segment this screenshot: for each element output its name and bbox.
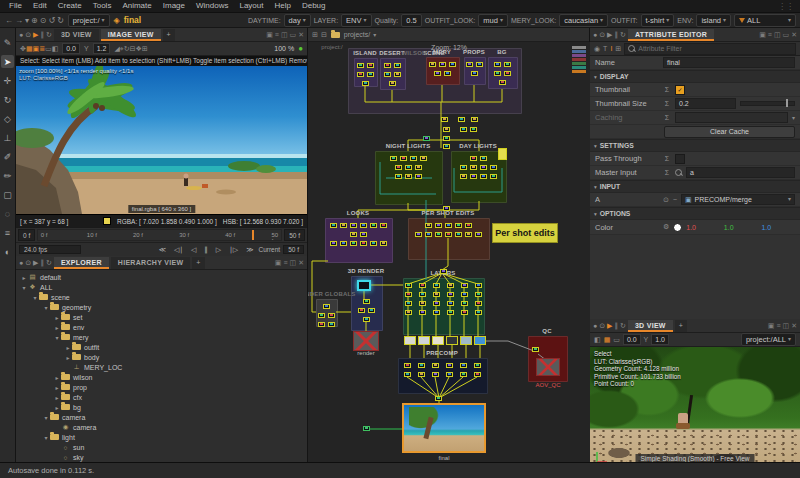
section-input[interactable]: ▾INPUT <box>590 180 800 193</box>
tree-item-default[interactable]: ▸▤default <box>16 272 307 282</box>
viewport-3d-canvas[interactable]: SelectLUT: Clarisse(sRGB)Geometry Count:… <box>590 347 800 469</box>
sticky-note[interactable]: Per shot edits <box>492 223 558 243</box>
pause-icon[interactable]: ∥ <box>615 31 619 39</box>
menu-tools[interactable]: Tools <box>88 0 117 12</box>
pause-icon[interactable]: ∥ <box>615 322 619 330</box>
ctx-var-value-2[interactable]: 0.5 <box>401 14 421 27</box>
graph-node[interactable] <box>504 71 511 76</box>
thumbnail-checkbox[interactable]: ✓ <box>675 85 685 95</box>
tree-item-mery[interactable]: ▾mery <box>16 332 307 342</box>
undock-icon[interactable]: ⊟ <box>321 31 327 39</box>
master-input-field[interactable]: a <box>686 167 795 178</box>
graph-node[interactable] <box>350 223 357 228</box>
menu-edit[interactable]: Edit <box>28 0 52 12</box>
play-icon[interactable]: ▶ <box>607 31 612 39</box>
graph-node[interactable] <box>445 223 452 228</box>
tree-expand-arrow[interactable]: ▾ <box>42 434 50 441</box>
graph-node[interactable] <box>340 241 347 246</box>
shading-icon[interactable]: ◧ <box>594 336 601 344</box>
graph-node[interactable] <box>474 363 481 368</box>
graph-node[interactable] <box>418 372 425 377</box>
graph-node[interactable] <box>423 136 430 141</box>
graph-node[interactable] <box>470 174 477 179</box>
tree-item-set[interactable]: ▸set <box>16 312 307 322</box>
play-icon[interactable]: ▶ <box>607 322 612 330</box>
menu-image[interactable]: Image <box>158 0 190 12</box>
playhead[interactable] <box>252 230 254 240</box>
graph-node[interactable] <box>370 223 377 228</box>
tree-expand-arrow[interactable]: ▸ <box>53 324 61 331</box>
graph-node[interactable] <box>394 63 401 68</box>
tree-item-geometry[interactable]: ▾geometry <box>16 302 307 312</box>
tab-hierarchy-view[interactable]: HIERARCHY VIEW <box>111 257 191 269</box>
tree-item-outfit[interactable]: ▸outfit <box>16 342 307 352</box>
input-a-dropdown[interactable]: ▣ PRECOMP/merge ▾ <box>681 194 795 205</box>
tree-item-prop[interactable]: ▸prop <box>16 382 307 392</box>
transport-buttons[interactable]: ≪◁∣◁∥▷∣▷≫ <box>157 246 256 254</box>
graph-node[interactable] <box>358 308 365 313</box>
tree-item-wilson[interactable]: ▸wilson <box>16 372 307 382</box>
add-tab-button[interactable]: + <box>163 29 175 41</box>
wrench-icon[interactable]: ⚙ <box>663 223 669 231</box>
section-settings[interactable]: ▾SETTINGS <box>590 139 800 152</box>
graph-node[interactable] <box>460 174 467 179</box>
graph-node[interactable] <box>357 72 364 77</box>
graph-node[interactable] <box>350 232 357 237</box>
vp-scene-path[interactable]: project:/ALL▾ <box>741 333 796 346</box>
graph-node[interactable] <box>466 62 473 67</box>
pause-icon[interactable]: ∥ <box>41 259 45 267</box>
transport-button-3[interactable]: ∥ <box>202 246 210 254</box>
graph-node[interactable] <box>435 396 442 401</box>
menu-create[interactable]: Create <box>53 0 87 12</box>
graph-node[interactable] <box>340 223 347 228</box>
tree-item-camera[interactable]: ▾camera <box>16 412 307 422</box>
graph-node[interactable] <box>404 363 411 368</box>
graph-node[interactable] <box>447 292 454 297</box>
graph-node[interactable] <box>475 283 482 288</box>
graph-node[interactable] <box>499 80 506 85</box>
graph-node[interactable] <box>328 322 335 327</box>
tree-expand-arrow[interactable]: ▸ <box>53 314 61 321</box>
nav-icon-3[interactable]: ⊕ <box>30 16 39 25</box>
color-swatch[interactable]: ◐ <box>1 245 14 258</box>
select-tool[interactable]: ➤ <box>1 55 14 68</box>
graph-node[interactable] <box>384 63 391 68</box>
graph-node[interactable] <box>475 301 482 306</box>
pin-icon[interactable]: ● <box>19 31 23 38</box>
graph-node[interactable] <box>475 232 482 237</box>
ctx-var-value-0[interactable]: day▾ <box>284 14 311 27</box>
tree-item-env[interactable]: ▸env <box>16 322 307 332</box>
graph-node[interactable] <box>363 317 370 322</box>
graph-node[interactable] <box>475 310 482 315</box>
range-start[interactable]: 0 f <box>18 229 35 241</box>
attribute-filter-input[interactable]: Attribute Filter <box>624 43 796 55</box>
image-toolbar-icons-2[interactable]: ◢⌖↻⊟❖⊞ <box>114 45 147 53</box>
graph-node[interactable] <box>433 310 440 315</box>
timeline-ruler[interactable]: 0 f 0 f10 f20 f30 f40 f50 f 50 f <box>16 227 307 242</box>
tree-expand-arrow[interactable]: ▾ <box>42 304 50 311</box>
breadcrumb[interactable]: project:/▾ <box>68 14 110 27</box>
tree-expand-arrow[interactable]: ▾ <box>42 414 50 421</box>
graph-node[interactable] <box>460 363 467 368</box>
graph-node[interactable] <box>419 310 426 315</box>
graph-node[interactable] <box>410 156 417 161</box>
pin-icon[interactable]: ● <box>19 259 23 266</box>
menu-debug[interactable]: Debug <box>297 0 331 12</box>
graph-node[interactable] <box>434 71 441 76</box>
tree-item-sky[interactable]: ○sky <box>16 452 307 462</box>
tree-item-camera[interactable]: ◉camera <box>16 422 307 432</box>
lasso-tool[interactable]: ◌ <box>1 207 14 220</box>
graph-node[interactable] <box>532 347 539 352</box>
eye-icon[interactable]: ◉ <box>594 45 600 53</box>
graph-node[interactable] <box>362 81 369 86</box>
graph-node[interactable] <box>405 301 412 306</box>
graph-node[interactable] <box>432 363 439 368</box>
ctx-var-value-6[interactable]: island▾ <box>696 14 731 27</box>
refresh-icon[interactable]: ↻ <box>620 322 626 330</box>
gamma-value[interactable]: 1.2 <box>93 43 111 54</box>
graph-node[interactable] <box>470 165 477 170</box>
graph-node[interactable] <box>318 313 325 318</box>
tree-expand-arrow[interactable]: ▸ <box>64 344 72 351</box>
tree-item-MERY_LOC[interactable]: ⊥MERY_LOC <box>16 362 307 372</box>
ctx-var-value-1[interactable]: ENV▾ <box>341 14 371 27</box>
